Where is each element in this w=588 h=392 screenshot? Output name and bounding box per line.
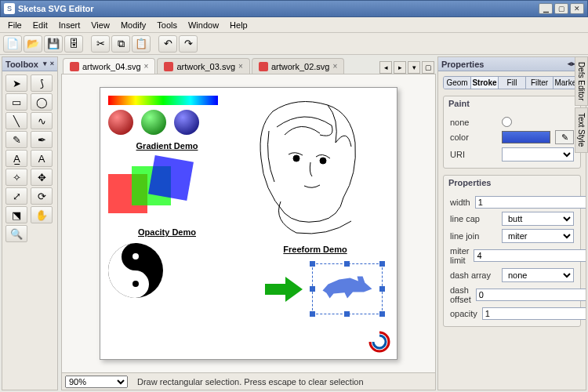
tab-artwork-02[interactable]: artwork_02.svg × [252, 58, 344, 74]
selection-handle[interactable] [310, 311, 315, 317]
gradient-strip [108, 96, 218, 105]
move-tool[interactable]: ✥ [31, 169, 53, 186]
yinyang-shape [108, 243, 163, 298]
line-tool[interactable]: ╲ [5, 112, 27, 129]
paint-uri-label: URI [450, 150, 497, 159]
select-tool[interactable]: ➤ [5, 74, 27, 92]
miter-label: miter limit [450, 246, 469, 265]
tab-artwork-03[interactable]: artwork_03.svg × [157, 58, 249, 74]
save-all-button[interactable]: 🗄 [64, 35, 83, 53]
tab-label: artwork_04.svg [82, 62, 141, 71]
ellipse-tool[interactable]: ◯ [31, 93, 53, 111]
artboard[interactable]: Gradient Demo Opacity Demo [100, 87, 397, 360]
gradient-demo-label: Gradient Demo [108, 141, 226, 151]
zoom-select[interactable]: 90% [65, 376, 128, 388]
toolbox-panel: Toolbox ▾× ➤ ⟆ ▭ ◯ ╲ ∿ ✎ ✒ A̲ A ✧ ✥ ⤢ ⟳ … [2, 56, 58, 390]
tab-scroll-right[interactable]: ▸ [394, 61, 406, 74]
tab-artwork-04[interactable]: artwork_04.svg × [63, 58, 155, 74]
tab-close-icon[interactable]: × [238, 62, 243, 71]
selection-handle[interactable] [310, 261, 315, 267]
paint-none-radio[interactable] [502, 117, 512, 127]
zoom-tool[interactable]: 🔍 [5, 225, 27, 242]
save-button[interactable]: 💾 [44, 35, 63, 53]
dash-offset-input[interactable] [476, 289, 586, 301]
tab-geom[interactable]: Geom [444, 77, 471, 89]
toolbox-minimize-icon[interactable]: ▾ [43, 60, 47, 67]
hand-tool[interactable]: ✋ [31, 206, 53, 223]
blue-sphere [174, 110, 199, 135]
toolbox-close-icon[interactable]: × [50, 60, 54, 67]
opacity-demo-label: Opacity Demo [108, 227, 226, 237]
lasso-tool[interactable]: ⟆ [31, 74, 53, 92]
linejoin-label: line join [450, 231, 497, 241]
linecap-select[interactable]: butt [502, 212, 574, 226]
maximize-button[interactable]: ▢ [554, 3, 568, 14]
linejoin-select[interactable]: miter [502, 229, 574, 243]
minimize-button[interactable]: ▁ [539, 3, 553, 14]
file-icon [70, 62, 79, 71]
editor-area: artwork_04.svg × artwork_03.svg × artwor… [61, 56, 436, 390]
copy-button[interactable]: ⧉ [111, 35, 130, 53]
text-path-tool[interactable]: A [31, 150, 53, 167]
stroke-color-swatch[interactable] [502, 131, 550, 143]
selection-handle[interactable] [344, 261, 350, 267]
menu-insert[interactable]: Insert [54, 19, 85, 31]
menu-window[interactable]: Window [183, 19, 223, 31]
canvas[interactable]: Gradient Demo Opacity Demo [62, 74, 435, 372]
tab-filter[interactable]: Filter [526, 77, 554, 89]
cut-button[interactable]: ✂ [91, 35, 110, 53]
tab-list-button[interactable]: ▾ [408, 61, 420, 74]
text-tool[interactable]: A̲ [5, 150, 27, 167]
pencil-tool[interactable]: ✎ [5, 131, 27, 148]
rotate-tool[interactable]: ⟳ [31, 187, 53, 205]
window-title: Sketsa SVG Editor [18, 4, 94, 13]
tab-fill[interactable]: Fill [499, 77, 526, 89]
close-button[interactable]: ✕ [570, 3, 584, 14]
tab-close-icon[interactable]: × [144, 62, 149, 71]
menu-file[interactable]: File [3, 19, 27, 31]
paint-color-label: color [450, 132, 497, 142]
tab-scroll-left[interactable]: ◂ [379, 61, 392, 74]
star-tool[interactable]: ✧ [5, 169, 27, 186]
pen-tool[interactable]: ✒ [31, 131, 53, 148]
eyedropper-button[interactable]: ✎ [555, 130, 574, 144]
open-file-button[interactable]: 📂 [24, 35, 42, 53]
menubar: File Edit Insert View Modify Tools Windo… [0, 17, 588, 33]
stroke-width-input[interactable] [475, 196, 586, 209]
selection-handle[interactable] [379, 261, 385, 267]
stroke-opacity-input[interactable] [482, 307, 586, 320]
paint-uri-select[interactable] [502, 147, 574, 162]
selection-box[interactable] [312, 263, 383, 314]
status-bar: 90% Draw rectangular selection. Press es… [62, 372, 435, 390]
sidetab-text-style[interactable]: Text Style [575, 107, 588, 152]
menu-modify[interactable]: Modify [116, 19, 151, 31]
menu-tools[interactable]: Tools [152, 19, 182, 31]
redo-button[interactable]: ↷ [179, 35, 198, 53]
tab-stroke[interactable]: Stroke [471, 77, 499, 89]
miter-limit-input[interactable] [474, 249, 586, 262]
menu-help[interactable]: Help [225, 19, 252, 31]
tab-close-icon[interactable]: × [332, 62, 337, 71]
undo-button[interactable]: ↶ [158, 35, 177, 53]
rect-tool[interactable]: ▭ [5, 93, 27, 111]
dolphin-shape[interactable] [320, 274, 375, 305]
selection-handle[interactable] [310, 286, 315, 292]
selection-handle[interactable] [379, 286, 385, 292]
menu-edit[interactable]: Edit [28, 19, 53, 31]
shear-tool[interactable]: ⬔ [5, 206, 27, 223]
menu-view[interactable]: View [86, 19, 114, 31]
properties-panel: Properties ◂▸× Geom Stroke Fill Filter M… [437, 56, 586, 390]
paste-button[interactable]: 📋 [132, 35, 151, 53]
tab-maximize-button[interactable]: ▢ [422, 61, 434, 74]
paint-section: Paint none color ✎ URI [443, 96, 581, 169]
scale-tool[interactable]: ⤢ [5, 187, 27, 205]
new-file-button[interactable]: 📄 [3, 35, 22, 53]
dash-array-select[interactable]: none [502, 268, 574, 282]
green-sphere [141, 110, 166, 135]
opacity-squares [108, 158, 194, 221]
selection-handle[interactable] [379, 311, 385, 317]
polyline-tool[interactable]: ∿ [31, 112, 53, 129]
freeform-demo-label: Freeform Demo [241, 245, 389, 254]
sidetab-defs-editor[interactable]: Defs Editor [575, 56, 588, 106]
selection-handle[interactable] [344, 311, 350, 317]
